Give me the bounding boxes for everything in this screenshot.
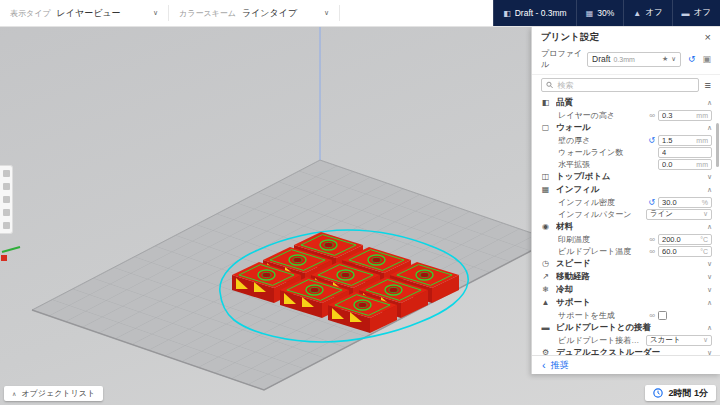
copy-profile-icon[interactable]: ▣ — [702, 54, 711, 64]
chevron-up-icon: ∧ — [707, 299, 712, 307]
category-support[interactable]: ▲サポート∧ — [532, 296, 720, 309]
setting-row: 水平拡張0.0mm — [532, 158, 720, 170]
close-icon[interactable]: × — [705, 32, 711, 43]
profile-row: プロファイル Draft 0.3mm ★ ∨ ↺ ▣ — [532, 45, 720, 75]
category-label: ウォール — [556, 122, 702, 134]
panel-scrollbar[interactable] — [716, 123, 719, 167]
setting-value-input[interactable]: 0.0mm — [658, 159, 712, 170]
setting-value-input[interactable]: 4 — [658, 147, 712, 158]
print-settings-panel: プリント設定 × プロファイル Draft 0.3mm ★ ∨ ↺ ▣ ≡ — [531, 27, 720, 374]
summary-support-text: オフ — [645, 7, 662, 19]
color-scheme-value: ラインタイプ — [242, 7, 297, 20]
summary-infill[interactable]: ▦ 30% — [576, 0, 624, 26]
category-adhesion[interactable]: ▬ビルドプレートとの接着∧ — [532, 321, 720, 334]
move-tool-icon[interactable] — [3, 170, 10, 177]
category-label: 材料 — [556, 221, 702, 233]
revert-profile-icon[interactable]: ↺ — [688, 54, 696, 64]
setting-checkbox[interactable] — [658, 311, 667, 320]
category-walls[interactable]: ▢ウォール∧ — [532, 121, 720, 134]
chevron-down-icon: ∨ — [707, 273, 712, 281]
category-label: 品質 — [556, 97, 702, 109]
profile-value: Draft — [592, 54, 610, 64]
setting-value-input[interactable]: 0.3mm — [658, 110, 712, 121]
settings-list: ◧品質∧レイヤーの高さ∞0.3mm▢ウォール∧壁の厚さ↺1.5mmウォールライン… — [532, 96, 720, 355]
category-label: デュアルエクストルーダー — [556, 347, 702, 356]
speed-icon: ◷ — [540, 259, 551, 268]
category-cooling[interactable]: ❄冷却∨ — [532, 283, 720, 296]
chevron-up-icon: ∧ — [707, 99, 712, 107]
infill-icon: ▦ — [586, 9, 594, 18]
setting-row: ウォールライン数4 — [532, 146, 720, 158]
cura-app: 表示タイプ レイヤービュー ∨ カラースキーム ラインタイプ ∨ ◧ Draft… — [0, 0, 720, 405]
setting-value-input[interactable]: 60.0°C — [658, 246, 712, 257]
category-dual[interactable]: ⚙デュアルエクストルーダー∨ — [532, 346, 720, 355]
recommended-label: 推奨 — [551, 359, 569, 372]
revert-icon[interactable]: ↺ — [648, 198, 655, 207]
summary-profile[interactable]: ◧ Draft - 0.3mm — [493, 0, 576, 26]
setting-value-input[interactable]: 1.5mm — [658, 135, 712, 146]
category-speed[interactable]: ◷スピード∨ — [532, 257, 720, 270]
summary-adhesion[interactable]: ▬ オフ — [672, 0, 720, 26]
category-label: 冷却 — [556, 284, 702, 296]
setting-row: ビルドプレート接着タイプスカート∨ — [532, 334, 720, 346]
setting-label: ウォールライン数 — [558, 147, 655, 158]
chevron-down-icon: ∨ — [707, 286, 712, 294]
print-time-badge: 2時間 1分 — [645, 385, 716, 401]
category-label: サポート — [556, 297, 702, 309]
topbar-spacer — [340, 0, 493, 26]
support-icon: ▲ — [540, 298, 551, 307]
cooling-icon: ❄ — [540, 285, 551, 294]
category-label: インフィル — [556, 184, 702, 196]
setting-label: ビルドプレート接着タイプ — [558, 335, 643, 346]
view-type-dropdown[interactable]: 表示タイプ レイヤービュー ∨ — [0, 0, 168, 26]
setting-value-input[interactable]: 200.0°C — [658, 234, 712, 245]
setting-label: レイヤーの高さ — [558, 110, 646, 121]
setting-label: インフィルパターン — [558, 209, 643, 220]
chevron-up-icon: ∧ — [707, 186, 712, 194]
clock-icon — [653, 388, 663, 398]
setting-select[interactable]: ライン∨ — [646, 209, 712, 220]
per-model-settings-icon[interactable] — [3, 222, 10, 229]
link-icon: ∞ — [649, 247, 655, 256]
walls-icon: ▢ — [540, 123, 551, 132]
category-travel[interactable]: ↗移動経路∨ — [532, 270, 720, 283]
summary-infill-text: 30% — [597, 8, 614, 18]
category-quality[interactable]: ◧品質∧ — [532, 96, 720, 109]
search-input[interactable] — [557, 81, 693, 90]
print-settings-summary[interactable]: ◧ Draft - 0.3mm ▦ 30% ▲ オフ ▬ オフ — [493, 0, 720, 26]
search-box[interactable] — [541, 78, 699, 92]
category-label: 移動経路 — [556, 271, 702, 283]
chevron-down-icon: ∨ — [671, 55, 676, 63]
profile-dropdown[interactable]: Draft 0.3mm ★ ∨ — [587, 52, 681, 67]
dual-extrusion-icon: ⚙ — [540, 348, 551, 355]
category-label: ビルドプレートとの接着 — [556, 322, 702, 334]
recommended-mode-button[interactable]: ‹ 推奨 — [532, 355, 720, 374]
category-label: トップ/ボトム — [556, 171, 702, 183]
back-icon: ‹ — [542, 360, 546, 371]
star-icon: ★ — [662, 55, 668, 63]
object-list-toggle[interactable]: ∧ オブジェクトリスト — [4, 386, 103, 401]
revert-icon[interactable]: ↺ — [648, 136, 655, 145]
setting-label: ビルドプレート温度 — [558, 246, 646, 257]
link-icon: ∞ — [649, 111, 655, 120]
scale-tool-icon[interactable] — [3, 183, 10, 190]
settings-menu-icon[interactable]: ≡ — [705, 80, 711, 91]
summary-support[interactable]: ▲ オフ — [623, 0, 671, 26]
profile-sub-value: 0.3mm — [613, 56, 634, 63]
mirror-tool-icon[interactable] — [3, 209, 10, 216]
link-icon: ∞ — [649, 235, 655, 244]
view-type-value: レイヤービュー — [57, 7, 121, 20]
setting-select[interactable]: スカート∨ — [646, 335, 712, 346]
category-label: スピード — [556, 258, 702, 270]
setting-row: インフィル密度↺30.0% — [532, 196, 720, 208]
setting-row: レイヤーの高さ∞0.3mm — [532, 109, 720, 121]
setting-value-input[interactable]: 30.0% — [658, 197, 712, 208]
category-topbottom[interactable]: ◫トップ/ボトム∨ — [532, 170, 720, 183]
category-infill[interactable]: ▦インフィル∧ — [532, 183, 720, 196]
color-scheme-dropdown[interactable]: カラースキーム ラインタイプ ∨ — [169, 0, 339, 26]
print-time-text: 2時間 1分 — [668, 387, 708, 400]
category-material[interactable]: ◉材料∧ — [532, 220, 720, 233]
rotate-tool-icon[interactable] — [3, 196, 10, 203]
setting-row: ビルドプレート温度∞60.0°C — [532, 245, 720, 257]
chevron-down-icon: ∨ — [153, 9, 158, 17]
